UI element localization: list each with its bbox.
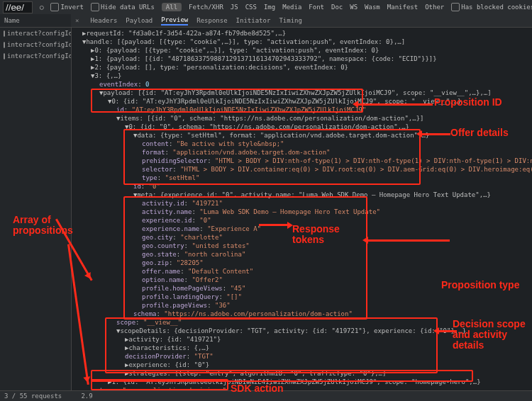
filter-img[interactable]: Img — [264, 4, 275, 11]
json-line[interactable]: ▶0: {payload: [{type: "cookie",…}], type… — [82, 46, 529, 55]
json-line[interactable]: ▼handle: [{payload: [{type: "cookie",…}]… — [82, 38, 529, 46]
blocked-cookies-checkbox[interactable] — [451, 3, 460, 11]
invert-label: Invert — [60, 4, 84, 11]
json-line[interactable]: geo.country: "united states" — [82, 242, 529, 250]
json-line[interactable]: profile.homePageViews: "45" — [82, 284, 529, 293]
json-line[interactable]: profile.pageViews: "36" — [82, 301, 529, 310]
json-line[interactable]: activity.name: "Luma Web SDK Demo – Home… — [82, 208, 529, 216]
request-label: interact?configId... — [7, 41, 71, 48]
sidebar-header: Name — [0, 14, 71, 28]
filter-other[interactable]: Other — [425, 4, 444, 11]
json-line[interactable]: option.name: "Offer2" — [82, 276, 529, 284]
tab-payload[interactable]: Payload — [126, 17, 153, 24]
json-line[interactable]: ▼data: {type: "setHtml", format: "applic… — [82, 131, 529, 140]
blocked-cookies-label: Has blocked cookies — [461, 4, 532, 11]
json-line[interactable]: format: "application/vnd.adobe.target.do… — [82, 148, 529, 157]
preview-body[interactable]: ▶requestId: "fd3a0c1f-3d54-422a-a874-fb7… — [71, 27, 532, 391]
json-line[interactable]: schema: "https://ns.adobe.com/personaliz… — [82, 310, 529, 318]
close-icon[interactable]: × — [75, 17, 79, 24]
request-row[interactable]: interact?configId... — [0, 28, 71, 39]
filter-media[interactable]: Media — [282, 4, 301, 11]
filter-js[interactable]: JS — [231, 4, 238, 11]
tab-timing[interactable]: Timing — [279, 17, 302, 24]
transfer-size: 2.9 — [81, 392, 92, 400]
json-line[interactable]: profile.landingQuery: "[]" — [82, 293, 529, 301]
json-line[interactable]: id: "AT:eyJhY3Rpdml0eUlkIjoiNDE5NzIxIiwi… — [82, 106, 529, 114]
json-line[interactable]: ▼scopeDetails: {decisionProvider: "TGT",… — [82, 327, 529, 335]
json-line[interactable]: ▶strategies: [{step: "entry", algorithmI… — [82, 369, 529, 378]
requests-sidebar: Name interact?configId... interact?confi… — [0, 14, 72, 391]
json-line[interactable]: type: "setHtml" — [82, 174, 529, 182]
invert-checkbox[interactable] — [50, 3, 59, 11]
request-label: interact?configId... — [7, 30, 71, 37]
json-line[interactable]: activity.id: "419721" — [82, 199, 529, 208]
json-line[interactable]: geo.zip: "28205" — [82, 259, 529, 267]
json-line[interactable]: ▼meta: {experience.id: "0", activity.nam… — [82, 191, 529, 199]
json-line[interactable]: ▶1: {id: "AT:eyJhY3Rpdml0eUlkIjoiNDIwNzE… — [82, 378, 529, 386]
pending-icon — [4, 30, 5, 37]
pending-icon — [4, 53, 5, 60]
json-line[interactable]: ▶experience: {id: "0"} — [82, 361, 529, 369]
json-line[interactable]: prehidingSelector: "HTML > BODY > DIV:nt… — [82, 157, 529, 165]
filter-wasm[interactable]: Wasm — [365, 4, 380, 11]
filter-fetch[interactable]: Fetch/XHR — [189, 4, 223, 11]
tab-response[interactable]: Response — [196, 17, 227, 24]
request-row[interactable]: interact?configId... — [0, 39, 71, 50]
json-line[interactable]: id: "0" — [82, 182, 529, 191]
pending-icon — [4, 42, 5, 48]
request-label: interact?configId... — [7, 52, 71, 60]
regex-icon[interactable]: ◯ — [40, 4, 43, 11]
json-line[interactable]: geo.city: "charlotte" — [82, 233, 529, 242]
json-line[interactable]: ▶2: {payload: [], type: "personalization… — [82, 63, 529, 72]
network-filter-toolbar: ◯ Invert Hide data URLs All Fetch/XHR JS… — [0, 0, 532, 15]
status-bar: 3 / 55 requests 2.9 — [0, 390, 532, 401]
tab-headers[interactable]: Headers — [90, 17, 117, 24]
json-line[interactable]: ▼items: [{id: "0", schema: "https://ns.a… — [82, 114, 529, 123]
json-line[interactable]: selector: "HTML > BODY > DIV.container:e… — [82, 165, 529, 174]
details-tabs: × Headers Payload Preview Response Initi… — [71, 14, 532, 28]
hide-dataurls-checkbox[interactable] — [91, 3, 99, 11]
json-line[interactable]: experience.name: "Experience A" — [82, 225, 529, 233]
json-line[interactable]: ▶characteristics: {,…} — [82, 344, 529, 352]
url-filter-input[interactable] — [3, 1, 33, 13]
hide-label: Hide data URLs — [101, 4, 155, 11]
filter-css[interactable]: CSS — [245, 4, 257, 11]
json-line[interactable]: ▶activity: {id: "419721"} — [82, 335, 529, 344]
filter-doc[interactable]: Doc — [331, 4, 343, 11]
filter-font[interactable]: Font — [309, 4, 324, 11]
json-line[interactable]: decisionProvider: "TGT" — [82, 352, 529, 361]
json-line[interactable]: ▶requestId: "fd3a0c1f-3d54-422a-a874-fb7… — [82, 29, 529, 38]
request-row[interactable]: interact?configId... — [0, 50, 71, 62]
json-line[interactable]: content: "Be active with style&nbsp;" — [82, 140, 529, 148]
filter-all[interactable]: All — [162, 3, 182, 11]
json-line[interactable]: ▼0: {id: "AT:eyJhY3Rpdml0eUlkIjoiNDE5NzI… — [82, 97, 529, 106]
json-line[interactable]: ▶1: {payload: [{id: "4871863375988712913… — [82, 55, 529, 63]
json-line[interactable]: scope: "__view__" — [82, 318, 529, 327]
request-count: 3 / 55 requests — [4, 392, 62, 400]
json-line[interactable]: experience.id: "0" — [82, 216, 529, 225]
json-line[interactable]: eventIndex: 0 — [82, 80, 529, 89]
filter-manifest[interactable]: Manifest — [387, 4, 418, 11]
json-line[interactable]: geo.state: "north carolina" — [82, 250, 529, 259]
filter-ws[interactable]: WS — [350, 4, 358, 11]
json-line[interactable]: ▼payload: [{id: "AT:eyJhY3Rpdml0eUlkIjoi… — [82, 89, 529, 97]
json-line[interactable]: offer.name: "Default Content" — [82, 267, 529, 276]
tab-initiator[interactable]: Initiator — [236, 17, 271, 24]
tab-preview[interactable]: Preview — [161, 16, 188, 26]
json-line[interactable]: ▼3: {,…} — [82, 72, 529, 80]
json-line[interactable]: ▼0: {id: "0", schema: "https://ns.adobe.… — [82, 123, 529, 131]
